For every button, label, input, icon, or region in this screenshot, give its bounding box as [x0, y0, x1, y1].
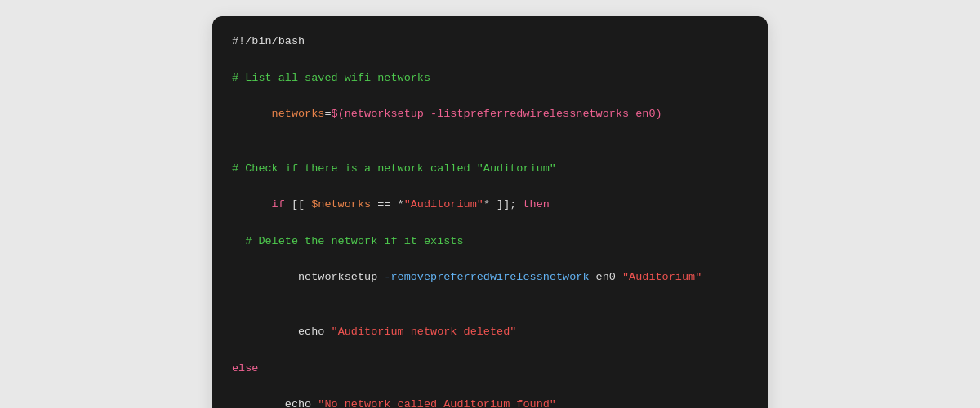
code-blank1 — [232, 51, 748, 69]
code-networksetup-line: networksetup -removepreferredwirelessnet… — [232, 251, 748, 305]
code-comment2: # Check if there is a network called "Au… — [232, 160, 748, 178]
code-echo1-line: echo "Auditorium network deleted" — [232, 305, 748, 360]
code-editor: #!/bin/bash # List all saved wifi networ… — [212, 16, 768, 408]
code-if-line: if [[ $networks == *"Auditorium"* ]]; th… — [232, 178, 748, 233]
code-networks-line: networks=$(networksetup -listpreferredwi… — [232, 87, 748, 142]
code-comment3: # Delete the network if it exists — [232, 233, 748, 251]
code-echo2-line: echo "No network called Auditorium found… — [232, 378, 748, 408]
code-shebang: #!/bin/bash — [232, 33, 748, 51]
script-card: #!/bin/bash # List all saved wifi networ… — [212, 16, 768, 408]
code-else-line: else — [232, 360, 748, 378]
code-blank2 — [232, 142, 748, 160]
code-comment1: # List all saved wifi networks — [232, 69, 748, 87]
